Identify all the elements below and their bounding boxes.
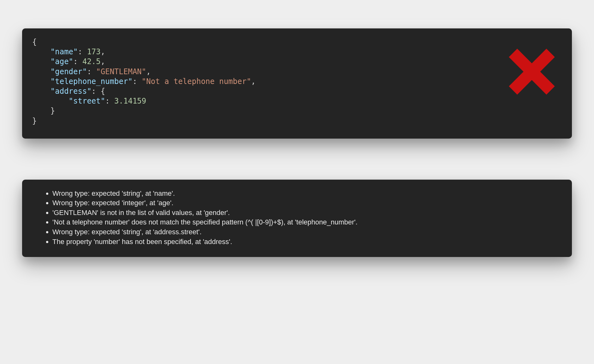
error-list-panel: Wrong type: expected 'string', at 'name'…	[22, 180, 572, 257]
code-token: :	[78, 47, 87, 56]
error-item: Wrong type: expected 'string', at 'name'…	[52, 189, 562, 198]
code-token: :	[87, 67, 96, 76]
code-token: {	[32, 38, 37, 46]
code-token: "telephone_number"	[50, 77, 133, 86]
error-item: Wrong type: expected 'integer', at 'age'…	[52, 199, 562, 208]
error-x-icon	[505, 45, 559, 98]
error-item: The property 'number' has not been speci…	[52, 237, 562, 247]
code-token: :	[105, 97, 114, 105]
code-token: :	[133, 77, 142, 86]
code-token: ,	[146, 67, 151, 76]
code-token: ,	[101, 57, 105, 66]
code-token: }	[32, 116, 37, 125]
code-token: 3.14159	[114, 97, 146, 105]
code-token: "Not a telephone number"	[142, 77, 251, 86]
json-code: { "name": 173, "age": 42.5, "gender": "G…	[32, 37, 562, 126]
code-token: "gender"	[50, 67, 87, 76]
code-token: "name"	[50, 47, 78, 56]
code-token: "GENTLEMAN"	[96, 67, 146, 76]
code-token: ,	[101, 47, 105, 56]
code-token: ,	[251, 77, 256, 86]
code-token: "street"	[69, 97, 105, 105]
error-item: Wrong type: expected 'string', at 'addre…	[52, 228, 562, 237]
code-token: :	[92, 87, 101, 96]
code-token: 42.5	[82, 57, 101, 66]
code-block-panel: { "name": 173, "age": 42.5, "gender": "G…	[22, 28, 572, 139]
code-token: "address"	[50, 87, 92, 96]
error-item: 'GENTLEMAN' is not in the list of valid …	[52, 208, 562, 218]
error-list: Wrong type: expected 'string', at 'name'…	[40, 189, 562, 247]
code-token: }	[50, 106, 55, 115]
code-token: "age"	[50, 57, 73, 66]
code-token: :	[73, 57, 82, 66]
code-token: {	[101, 87, 105, 96]
code-token: 173	[87, 47, 100, 56]
error-item: 'Not a telephone number' does not match …	[52, 218, 562, 227]
